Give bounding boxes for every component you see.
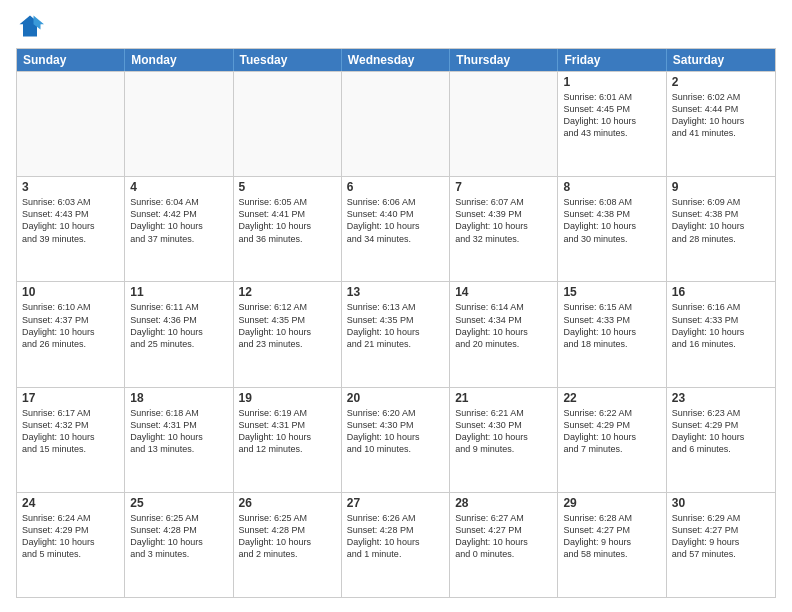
day-number: 24 (22, 496, 119, 510)
cal-cell-4-3: 27Sunrise: 6:26 AM Sunset: 4:28 PM Dayli… (342, 493, 450, 597)
cal-cell-2-3: 13Sunrise: 6:13 AM Sunset: 4:35 PM Dayli… (342, 282, 450, 386)
day-info: Sunrise: 6:01 AM Sunset: 4:45 PM Dayligh… (563, 91, 660, 140)
day-info: Sunrise: 6:14 AM Sunset: 4:34 PM Dayligh… (455, 301, 552, 350)
cal-cell-3-2: 19Sunrise: 6:19 AM Sunset: 4:31 PM Dayli… (234, 388, 342, 492)
day-info: Sunrise: 6:23 AM Sunset: 4:29 PM Dayligh… (672, 407, 770, 456)
cal-cell-1-2: 5Sunrise: 6:05 AM Sunset: 4:41 PM Daylig… (234, 177, 342, 281)
day-number: 10 (22, 285, 119, 299)
day-number: 30 (672, 496, 770, 510)
day-number: 16 (672, 285, 770, 299)
day-info: Sunrise: 6:27 AM Sunset: 4:27 PM Dayligh… (455, 512, 552, 561)
day-info: Sunrise: 6:02 AM Sunset: 4:44 PM Dayligh… (672, 91, 770, 140)
cal-cell-4-2: 26Sunrise: 6:25 AM Sunset: 4:28 PM Dayli… (234, 493, 342, 597)
day-info: Sunrise: 6:17 AM Sunset: 4:32 PM Dayligh… (22, 407, 119, 456)
day-info: Sunrise: 6:06 AM Sunset: 4:40 PM Dayligh… (347, 196, 444, 245)
day-info: Sunrise: 6:19 AM Sunset: 4:31 PM Dayligh… (239, 407, 336, 456)
cal-cell-3-5: 22Sunrise: 6:22 AM Sunset: 4:29 PM Dayli… (558, 388, 666, 492)
day-number: 15 (563, 285, 660, 299)
day-number: 12 (239, 285, 336, 299)
day-number: 21 (455, 391, 552, 405)
day-info: Sunrise: 6:25 AM Sunset: 4:28 PM Dayligh… (239, 512, 336, 561)
day-info: Sunrise: 6:16 AM Sunset: 4:33 PM Dayligh… (672, 301, 770, 350)
day-info: Sunrise: 6:05 AM Sunset: 4:41 PM Dayligh… (239, 196, 336, 245)
cal-cell-4-4: 28Sunrise: 6:27 AM Sunset: 4:27 PM Dayli… (450, 493, 558, 597)
cal-cell-1-6: 9Sunrise: 6:09 AM Sunset: 4:38 PM Daylig… (667, 177, 775, 281)
day-number: 26 (239, 496, 336, 510)
header (16, 12, 776, 40)
day-info: Sunrise: 6:18 AM Sunset: 4:31 PM Dayligh… (130, 407, 227, 456)
cal-cell-2-2: 12Sunrise: 6:12 AM Sunset: 4:35 PM Dayli… (234, 282, 342, 386)
day-info: Sunrise: 6:29 AM Sunset: 4:27 PM Dayligh… (672, 512, 770, 561)
cal-cell-2-1: 11Sunrise: 6:11 AM Sunset: 4:36 PM Dayli… (125, 282, 233, 386)
day-number: 28 (455, 496, 552, 510)
week-row-4: 24Sunrise: 6:24 AM Sunset: 4:29 PM Dayli… (17, 492, 775, 597)
header-day-saturday: Saturday (667, 49, 775, 71)
header-day-monday: Monday (125, 49, 233, 71)
day-number: 18 (130, 391, 227, 405)
calendar: SundayMondayTuesdayWednesdayThursdayFrid… (16, 48, 776, 598)
cal-cell-2-6: 16Sunrise: 6:16 AM Sunset: 4:33 PM Dayli… (667, 282, 775, 386)
page: SundayMondayTuesdayWednesdayThursdayFrid… (0, 0, 792, 612)
day-number: 8 (563, 180, 660, 194)
header-day-tuesday: Tuesday (234, 49, 342, 71)
cal-cell-3-4: 21Sunrise: 6:21 AM Sunset: 4:30 PM Dayli… (450, 388, 558, 492)
cal-cell-1-5: 8Sunrise: 6:08 AM Sunset: 4:38 PM Daylig… (558, 177, 666, 281)
day-number: 4 (130, 180, 227, 194)
week-row-1: 3Sunrise: 6:03 AM Sunset: 4:43 PM Daylig… (17, 176, 775, 281)
week-row-3: 17Sunrise: 6:17 AM Sunset: 4:32 PM Dayli… (17, 387, 775, 492)
cal-cell-2-0: 10Sunrise: 6:10 AM Sunset: 4:37 PM Dayli… (17, 282, 125, 386)
day-info: Sunrise: 6:12 AM Sunset: 4:35 PM Dayligh… (239, 301, 336, 350)
cal-cell-1-1: 4Sunrise: 6:04 AM Sunset: 4:42 PM Daylig… (125, 177, 233, 281)
day-info: Sunrise: 6:24 AM Sunset: 4:29 PM Dayligh… (22, 512, 119, 561)
cal-cell-0-6: 2Sunrise: 6:02 AM Sunset: 4:44 PM Daylig… (667, 72, 775, 176)
day-info: Sunrise: 6:10 AM Sunset: 4:37 PM Dayligh… (22, 301, 119, 350)
cal-cell-4-0: 24Sunrise: 6:24 AM Sunset: 4:29 PM Dayli… (17, 493, 125, 597)
day-number: 25 (130, 496, 227, 510)
day-info: Sunrise: 6:25 AM Sunset: 4:28 PM Dayligh… (130, 512, 227, 561)
header-day-wednesday: Wednesday (342, 49, 450, 71)
day-number: 23 (672, 391, 770, 405)
day-number: 1 (563, 75, 660, 89)
day-info: Sunrise: 6:03 AM Sunset: 4:43 PM Dayligh… (22, 196, 119, 245)
cal-cell-1-0: 3Sunrise: 6:03 AM Sunset: 4:43 PM Daylig… (17, 177, 125, 281)
day-info: Sunrise: 6:21 AM Sunset: 4:30 PM Dayligh… (455, 407, 552, 456)
week-row-0: 1Sunrise: 6:01 AM Sunset: 4:45 PM Daylig… (17, 71, 775, 176)
day-number: 20 (347, 391, 444, 405)
day-number: 9 (672, 180, 770, 194)
cal-cell-3-6: 23Sunrise: 6:23 AM Sunset: 4:29 PM Dayli… (667, 388, 775, 492)
cal-cell-0-1 (125, 72, 233, 176)
logo (16, 12, 48, 40)
cal-cell-4-6: 30Sunrise: 6:29 AM Sunset: 4:27 PM Dayli… (667, 493, 775, 597)
day-number: 22 (563, 391, 660, 405)
logo-icon (16, 12, 44, 40)
day-number: 17 (22, 391, 119, 405)
cal-cell-1-4: 7Sunrise: 6:07 AM Sunset: 4:39 PM Daylig… (450, 177, 558, 281)
day-info: Sunrise: 6:09 AM Sunset: 4:38 PM Dayligh… (672, 196, 770, 245)
day-info: Sunrise: 6:13 AM Sunset: 4:35 PM Dayligh… (347, 301, 444, 350)
cal-cell-4-1: 25Sunrise: 6:25 AM Sunset: 4:28 PM Dayli… (125, 493, 233, 597)
day-info: Sunrise: 6:04 AM Sunset: 4:42 PM Dayligh… (130, 196, 227, 245)
day-number: 29 (563, 496, 660, 510)
header-day-friday: Friday (558, 49, 666, 71)
day-number: 27 (347, 496, 444, 510)
cal-cell-3-3: 20Sunrise: 6:20 AM Sunset: 4:30 PM Dayli… (342, 388, 450, 492)
day-number: 14 (455, 285, 552, 299)
header-day-sunday: Sunday (17, 49, 125, 71)
cal-cell-3-1: 18Sunrise: 6:18 AM Sunset: 4:31 PM Dayli… (125, 388, 233, 492)
day-info: Sunrise: 6:11 AM Sunset: 4:36 PM Dayligh… (130, 301, 227, 350)
day-info: Sunrise: 6:22 AM Sunset: 4:29 PM Dayligh… (563, 407, 660, 456)
day-info: Sunrise: 6:07 AM Sunset: 4:39 PM Dayligh… (455, 196, 552, 245)
day-info: Sunrise: 6:08 AM Sunset: 4:38 PM Dayligh… (563, 196, 660, 245)
day-info: Sunrise: 6:20 AM Sunset: 4:30 PM Dayligh… (347, 407, 444, 456)
calendar-header: SundayMondayTuesdayWednesdayThursdayFrid… (17, 49, 775, 71)
day-info: Sunrise: 6:15 AM Sunset: 4:33 PM Dayligh… (563, 301, 660, 350)
week-row-2: 10Sunrise: 6:10 AM Sunset: 4:37 PM Dayli… (17, 281, 775, 386)
cal-cell-0-5: 1Sunrise: 6:01 AM Sunset: 4:45 PM Daylig… (558, 72, 666, 176)
calendar-body: 1Sunrise: 6:01 AM Sunset: 4:45 PM Daylig… (17, 71, 775, 597)
cal-cell-0-4 (450, 72, 558, 176)
cal-cell-0-3 (342, 72, 450, 176)
cal-cell-0-2 (234, 72, 342, 176)
day-info: Sunrise: 6:26 AM Sunset: 4:28 PM Dayligh… (347, 512, 444, 561)
cal-cell-2-4: 14Sunrise: 6:14 AM Sunset: 4:34 PM Dayli… (450, 282, 558, 386)
day-number: 2 (672, 75, 770, 89)
